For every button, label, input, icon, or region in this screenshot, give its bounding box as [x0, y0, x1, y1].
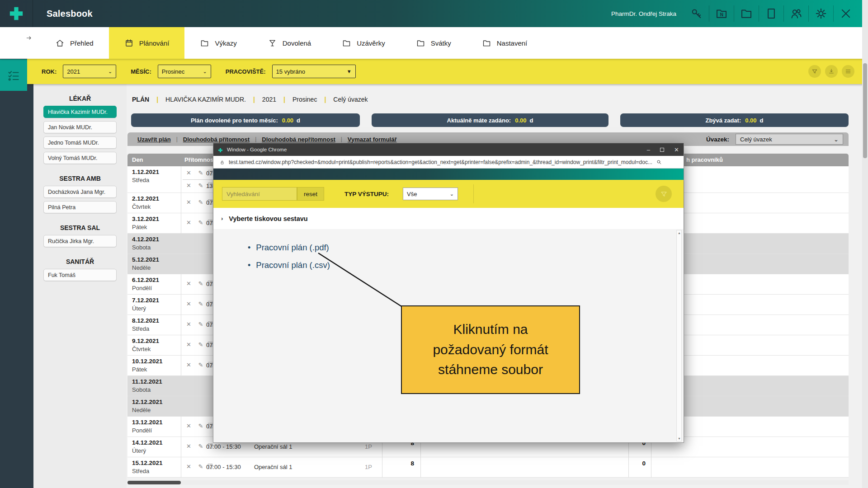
- magnifier-icon[interactable]: [656, 159, 662, 165]
- users-icon[interactable]: [789, 7, 803, 20]
- gear-icon[interactable]: [814, 7, 828, 20]
- panel-scrollbar[interactable]: ▲ ▼: [676, 230, 682, 441]
- row-weekday: Středa: [132, 325, 149, 332]
- pill-value: 0.00: [745, 117, 756, 124]
- row-date: 5.12.2021: [132, 256, 159, 263]
- horizontal-scrollbar-thumb[interactable]: [127, 481, 181, 484]
- arrow-right-icon[interactable]: [25, 34, 33, 42]
- staff-item[interactable]: Jedno Tomáš MUDr.: [43, 136, 117, 149]
- row-date: 12.12.2021: [132, 399, 163, 405]
- staff-group-title: SESTRA SAL: [33, 224, 127, 231]
- vertical-scrollbar-thumb[interactable]: [863, 63, 867, 158]
- menu-icon[interactable]: [842, 65, 854, 78]
- document-icon[interactable]: [764, 7, 778, 20]
- bullet-icon: •: [248, 243, 250, 253]
- entry-tag: 1P: [365, 443, 372, 450]
- notes-folder-icon[interactable]: N: [715, 7, 728, 20]
- tab-výkazy[interactable]: Výkazy: [184, 27, 252, 59]
- app-window: Salesbook PharmDr. Ondřej Straka N Přehl…: [0, 0, 868, 488]
- cross-logo-icon: [217, 147, 223, 153]
- pill-unit: d: [529, 117, 533, 124]
- close-icon[interactable]: [839, 7, 853, 20]
- staff-item[interactable]: Jan Novák MUDr.: [43, 121, 117, 133]
- scroll-down-icon[interactable]: ▼: [677, 437, 681, 440]
- entry-time: 07: [206, 423, 212, 430]
- tab-dovolená[interactable]: Dovolená: [252, 27, 326, 59]
- pill-zbyva-zadat: Zbývá zadat: 0.00 d: [620, 113, 849, 127]
- filter-select[interactable]: Prosinec⌄: [158, 65, 211, 78]
- toolbar-link[interactable]: Dlouhodobá nepřítomnost: [262, 136, 335, 143]
- row-weekday: Čtvrtek: [132, 203, 151, 210]
- report-link[interactable]: Pracovní plán (.csv): [256, 260, 330, 270]
- toolbar-link[interactable]: Dlouhodobá přítomnost: [183, 136, 250, 143]
- tab-přehled[interactable]: Přehled: [40, 27, 109, 59]
- staff-item[interactable]: Pilná Petra: [43, 201, 117, 213]
- download-icon[interactable]: [825, 65, 838, 78]
- output-type-value: Vše: [407, 191, 417, 197]
- pill-value: 0.00: [515, 117, 526, 124]
- chevron-down-icon: ▼: [347, 69, 352, 74]
- horizontal-scrollbar[interactable]: [127, 480, 849, 485]
- staff-item[interactable]: Docházková Jana Mgr.: [43, 186, 117, 198]
- maximize-icon[interactable]: [660, 148, 664, 152]
- report-link[interactable]: Pracovní plán (.pdf): [256, 243, 329, 253]
- entry-time: 07: [206, 321, 212, 328]
- pill-unit: d: [760, 117, 764, 124]
- tab-nastavení[interactable]: Nastavení: [467, 27, 543, 59]
- row-date: 1.12.2021: [132, 169, 159, 175]
- toolbar-link[interactable]: Vymazat formulář: [348, 136, 397, 143]
- uvazek-select[interactable]: Celý úvazek ⌄: [736, 134, 843, 145]
- output-type-select[interactable]: Vše ⌄: [403, 188, 458, 200]
- filter-funnel-icon[interactable]: [808, 65, 821, 78]
- entry-tag: 1P: [365, 464, 372, 470]
- row-weekday: Neděle: [132, 264, 151, 271]
- row-weekday: Úterý: [132, 305, 146, 312]
- key-icon[interactable]: [690, 7, 703, 20]
- tab-uzávěrky[interactable]: Uzávěrky: [326, 27, 401, 59]
- close-icon[interactable]: ✕: [674, 147, 679, 153]
- folder-icon: [482, 38, 491, 48]
- filter-funnel-icon[interactable]: [656, 186, 672, 202]
- row-date: 10.12.2021: [132, 358, 163, 365]
- folder-icon[interactable]: [740, 7, 753, 20]
- staff-item[interactable]: Ručička Jirka Mgr.: [43, 235, 117, 247]
- staff-item[interactable]: Fuk Tomáš: [43, 269, 117, 281]
- folder-icon: [342, 38, 351, 48]
- pill-label: Zbývá zadat:: [705, 117, 741, 124]
- row-weekday: Pondělí: [132, 285, 152, 291]
- filter-select[interactable]: 15 vybráno▼: [272, 65, 356, 78]
- staff-item[interactable]: Hlavička Kazimír MUDr.: [43, 106, 117, 118]
- minimize-icon[interactable]: –: [647, 147, 650, 153]
- filter-field: PRACOVIŠTĚ:15 vybráno▼: [226, 65, 356, 78]
- entry-place: Operační sál 1: [254, 464, 292, 470]
- svg-text:N: N: [720, 12, 723, 17]
- entry-zero: 0: [628, 460, 651, 467]
- section-title: Vyberte tiskovou sestavu: [229, 215, 307, 222]
- row-weekday: Středa: [132, 177, 149, 183]
- popup-titlebar[interactable]: Window - Google Chrome – ✕: [213, 143, 684, 156]
- toolbar-link[interactable]: Uzavřít plán: [137, 136, 171, 143]
- reset-button[interactable]: reset: [297, 187, 324, 201]
- tab-plánování[interactable]: Plánování: [109, 27, 185, 59]
- popup-url-bar[interactable]: test.tamed.cz/window.php?checked=&modul=…: [213, 156, 684, 169]
- filter-select[interactable]: 2021⌄: [63, 65, 116, 78]
- search-input[interactable]: [222, 187, 297, 201]
- pill-label: Aktuálně máte zadáno:: [447, 117, 511, 124]
- row-date: 14.12.2021: [132, 439, 163, 446]
- pill-value: 0.00: [282, 117, 293, 124]
- vertical-scrollbar[interactable]: [862, 0, 868, 488]
- icon-divider: [783, 5, 784, 22]
- row-weekday: Pondělí: [132, 427, 152, 434]
- row-date: 15.12.2021: [132, 460, 163, 466]
- breadcrumb-item: Prosinec: [292, 96, 317, 103]
- row-date: 4.12.2021: [132, 236, 159, 243]
- icon-divider: [833, 5, 834, 22]
- icon-divider: [734, 5, 734, 22]
- uvazek-value: Celý úvazek: [740, 136, 772, 143]
- section-vyberte-sestavu[interactable]: › Vyberte tiskovou sestavu: [213, 208, 684, 229]
- scroll-up-icon[interactable]: ▲: [677, 231, 681, 235]
- checklist-icon[interactable]: [0, 59, 27, 91]
- chevron-down-icon: ⌄: [108, 69, 112, 75]
- staff-item[interactable]: Volný Tomáš MUDr.: [43, 152, 117, 164]
- tab-svátky[interactable]: Svátky: [401, 27, 467, 59]
